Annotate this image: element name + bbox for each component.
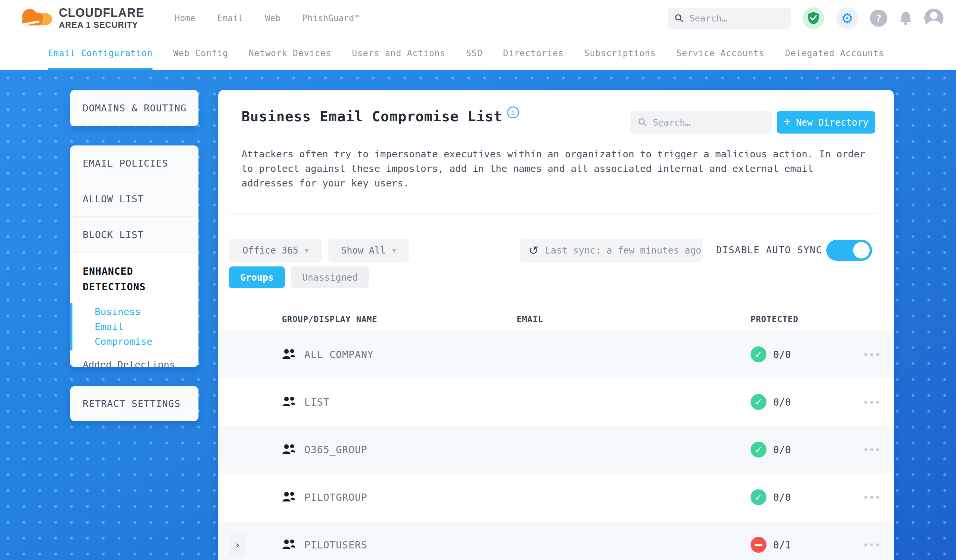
search-icon bbox=[675, 13, 683, 23]
chevron-down-icon: ▾ bbox=[305, 246, 309, 254]
topnav-phishguard[interactable]: PhishGuard™ bbox=[302, 13, 359, 23]
tab-subscriptions[interactable]: Subscriptions bbox=[584, 36, 656, 70]
info-icon[interactable]: i bbox=[507, 107, 519, 118]
group-name: ALL COMPANY bbox=[304, 349, 374, 360]
group-icon bbox=[282, 444, 296, 455]
protected-count: 0/0 bbox=[773, 492, 791, 503]
group-icon bbox=[282, 349, 296, 360]
sidebar-card-retract: RETRACT SETTINGS bbox=[70, 386, 198, 421]
chevron-right-icon: › bbox=[234, 539, 241, 551]
section-nav: Email Configuration Web Config Network D… bbox=[0, 36, 956, 70]
table-header: GROUP/DISPLAY NAME EMAIL PROTECTED bbox=[219, 307, 894, 331]
global-search[interactable] bbox=[668, 8, 791, 29]
row-menu-button[interactable] bbox=[863, 350, 881, 359]
table-row: O365_GROUP ✓ 0/0 bbox=[219, 426, 894, 474]
group-name: LIST bbox=[304, 396, 329, 408]
sidebar-item-business-email-compromise[interactable]: Business Email Compromise bbox=[83, 304, 169, 349]
sidebar-item-block-list[interactable]: BLOCK LIST bbox=[70, 217, 198, 253]
chevron-down-icon: ▾ bbox=[392, 246, 396, 254]
last-sync-button[interactable]: ↻ Last sync: a few minutes ago bbox=[520, 239, 703, 262]
sidebar-item-email-policies[interactable]: EMAIL POLICIES bbox=[70, 146, 198, 181]
sidebar-item-domains-routing[interactable]: DOMAINS & ROUTING bbox=[70, 90, 198, 126]
protected-ok-badge: ✓ bbox=[751, 442, 766, 458]
protected-cell: ✓ 0/0 bbox=[751, 347, 850, 362]
sidebar-card-domains: DOMAINS & ROUTING bbox=[70, 90, 198, 126]
directory-select[interactable]: Office 365 ▾ bbox=[229, 239, 322, 262]
help-button[interactable]: ? bbox=[870, 9, 887, 27]
sidebar-item-allow-list[interactable]: ALLOW LIST bbox=[70, 181, 198, 217]
row-menu-button[interactable] bbox=[863, 397, 881, 407]
protected-count: 0/1 bbox=[773, 539, 791, 551]
protected-ok-badge: ✓ bbox=[751, 347, 766, 362]
brand-subtitle: AREA 1 SECURITY bbox=[59, 20, 144, 29]
cloudflare-cloud-icon bbox=[19, 7, 53, 28]
top-right-cluster: ⚙ ? bbox=[668, 0, 943, 36]
notifications-button[interactable] bbox=[899, 11, 912, 25]
show-filter-select[interactable]: Show All ▾ bbox=[328, 239, 409, 262]
tab-web-config[interactable]: Web Config bbox=[173, 36, 228, 70]
tab-sso[interactable]: SSO bbox=[466, 36, 483, 70]
cloudflare-logo[interactable]: CLOUDFLARE AREA 1 SECURITY bbox=[19, 6, 144, 29]
protected-cell: ✓ 0/0 bbox=[751, 489, 850, 505]
panel-header: Business Email Compromise List i bbox=[242, 108, 519, 125]
bec-search-input[interactable] bbox=[653, 118, 764, 128]
expand-row-button[interactable]: › bbox=[229, 533, 246, 557]
table-row: ALL COMPANY ✓ 0/0 bbox=[219, 331, 894, 378]
tab-network-devices[interactable]: Network Devices bbox=[249, 36, 332, 70]
sidebar-item-added-detections[interactable]: Added Detections bbox=[83, 359, 187, 367]
tab-service-accounts[interactable]: Service Accounts bbox=[676, 36, 764, 70]
row-menu-button[interactable] bbox=[863, 493, 881, 502]
security-status-button[interactable] bbox=[802, 7, 824, 29]
top-bar: CLOUDFLARE AREA 1 SECURITY Home Email We… bbox=[0, 0, 956, 36]
sidebar-item-enhanced-detections[interactable]: ENHANCED DETECTIONS bbox=[83, 264, 169, 295]
sidebar-item-retract-settings[interactable]: RETRACT SETTINGS bbox=[70, 386, 198, 421]
auto-sync-label: DISABLE AUTO SYNC bbox=[716, 245, 822, 256]
protected-blocked-badge bbox=[751, 537, 766, 553]
table-row: PILOTGROUP ✓ 0/0 bbox=[219, 474, 894, 521]
topnav-email[interactable]: Email bbox=[217, 13, 243, 23]
col-email: EMAIL bbox=[517, 314, 751, 324]
protected-cell: ✓ 0/0 bbox=[751, 394, 850, 410]
table-row: LIST ✓ 0/0 bbox=[219, 378, 894, 426]
page-title: Business Email Compromise List bbox=[242, 108, 503, 125]
bec-search[interactable] bbox=[630, 111, 772, 133]
new-directory-button[interactable]: + New Directory bbox=[777, 111, 875, 133]
row-menu-button[interactable] bbox=[863, 445, 881, 455]
tab-unassigned[interactable]: Unassigned bbox=[291, 267, 369, 288]
shield-check-icon bbox=[807, 12, 819, 25]
brand-title: CLOUDFLARE bbox=[59, 6, 144, 19]
group-icon bbox=[282, 539, 296, 551]
protected-count: 0/0 bbox=[773, 444, 791, 455]
tab-users-and-actions[interactable]: Users and Actions bbox=[352, 36, 446, 70]
topnav-web[interactable]: Web bbox=[265, 13, 280, 23]
topnav-home[interactable]: Home bbox=[175, 13, 195, 23]
tab-email-configuration[interactable]: Email Configuration bbox=[48, 36, 153, 70]
account-button[interactable] bbox=[924, 9, 943, 28]
bec-description: Attackers often try to impersonate execu… bbox=[242, 147, 870, 190]
global-search-input[interactable] bbox=[689, 13, 783, 24]
plus-icon: + bbox=[784, 116, 791, 128]
protected-count: 0/0 bbox=[773, 396, 791, 408]
filter-row: Office 365 ▾ Show All ▾ ↻ Last sync: a f… bbox=[219, 239, 894, 262]
group-tabs: Groups Unassigned bbox=[229, 267, 369, 288]
sidebar-section-enhanced-detections: ENHANCED DETECTIONS Business Email Compr… bbox=[70, 253, 198, 367]
protected-count: 0/0 bbox=[773, 349, 791, 360]
auto-sync-toggle[interactable] bbox=[826, 240, 872, 261]
tab-delegated-accounts[interactable]: Delegated Accounts bbox=[785, 36, 884, 70]
row-menu-button[interactable] bbox=[863, 540, 881, 550]
tab-groups[interactable]: Groups bbox=[229, 267, 285, 288]
group-icon bbox=[282, 492, 296, 503]
tab-directories[interactable]: Directories bbox=[503, 36, 564, 70]
col-protected: PROTECTED bbox=[751, 314, 850, 324]
table-row: › PILOTUSERS 0/1 bbox=[219, 521, 894, 560]
top-nav: Home Email Web PhishGuard™ bbox=[175, 13, 359, 23]
bell-icon bbox=[899, 11, 912, 25]
last-sync-label: Last sync: a few minutes ago bbox=[545, 245, 701, 256]
refresh-icon: ↻ bbox=[528, 244, 539, 257]
settings-button[interactable]: ⚙ bbox=[836, 7, 858, 29]
group-name: PILOTUSERS bbox=[304, 539, 368, 551]
protected-ok-badge: ✓ bbox=[751, 394, 766, 410]
group-name: PILOTGROUP bbox=[304, 492, 368, 503]
protected-cell: 0/1 bbox=[751, 537, 850, 553]
protected-cell: ✓ 0/0 bbox=[751, 442, 850, 458]
